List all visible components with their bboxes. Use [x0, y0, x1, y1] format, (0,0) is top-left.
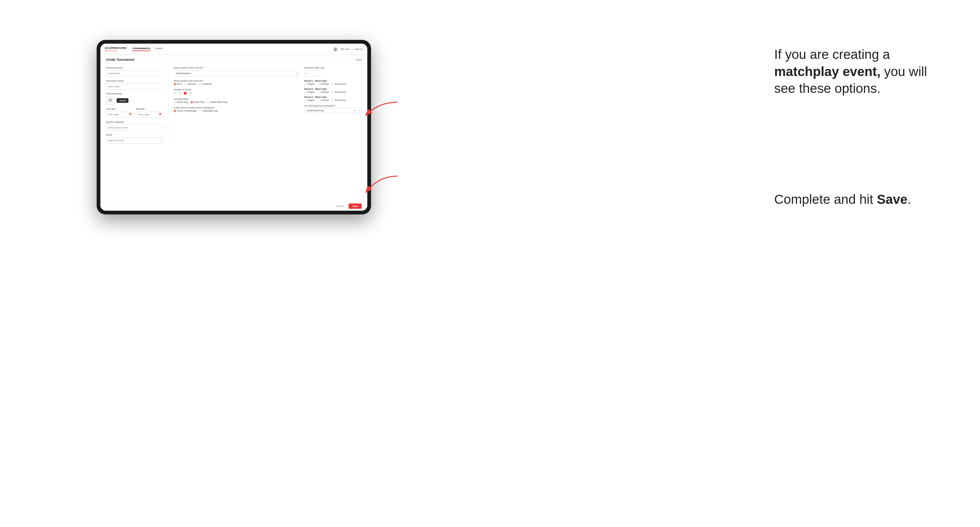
gender-mens[interactable]: Mens: [174, 83, 182, 86]
round3-singles[interactable]: Singles: [304, 99, 315, 102]
page-header: Create Tournament ← Back: [100, 55, 367, 63]
tournament-name-input[interactable]: [106, 83, 163, 89]
round3-fourball[interactable]: Fourball: [318, 99, 329, 102]
teams-radio[interactable]: [174, 110, 176, 112]
logo-placeholder: [106, 96, 115, 105]
gender-mens-radio[interactable]: [174, 83, 176, 86]
round3-match-type: Round 3 - Match Type Singles Fourball: [304, 96, 362, 102]
signout-link[interactable]: Sign out: [355, 48, 363, 50]
nav-teams[interactable]: TEAMS: [155, 47, 163, 51]
api-section: Use third-party live scoring API? Leader…: [304, 105, 362, 113]
teams-option[interactable]: Teams (+Individuals): [174, 110, 197, 112]
tablet-frame: SCOREBOARD Powered by clippt TOURNAMENTS…: [97, 40, 371, 214]
round2-fourball-label: Fourball: [321, 91, 329, 93]
round2-foursomes-label: Foursomes: [335, 91, 346, 93]
round3-label: Round 3 - Match Type: [304, 96, 362, 98]
api-remove-button[interactable]: ✕: [354, 109, 356, 112]
round-1[interactable]: 1: [174, 92, 177, 95]
navbar: SCOREBOARD Powered by clippt TOURNAMENTS…: [100, 44, 367, 55]
teams-group: Is this event for Teams and/or Individua…: [174, 106, 299, 112]
sponsor-input[interactable]: [106, 124, 163, 130]
scoring-stroke[interactable]: Stroke Play: [174, 101, 188, 103]
round-2[interactable]: 2: [179, 92, 182, 95]
svg-point-0: [335, 48, 336, 49]
start-date-label: Start date: [106, 108, 134, 110]
signout-separator: |: [352, 48, 352, 50]
max-team-size-input[interactable]: [304, 70, 320, 77]
gender-womens-label: Womens: [188, 83, 196, 85]
round2-foursomes-radio[interactable]: [332, 91, 334, 94]
round2-singles-radio[interactable]: [304, 91, 307, 94]
form-footer: Cancel Save: [100, 201, 367, 211]
annotation-bottom-bold: Save: [877, 192, 907, 206]
scoring-medal-radio[interactable]: [207, 101, 209, 103]
back-link[interactable]: ← Back: [353, 58, 362, 61]
calendar-icon: 📅: [129, 113, 132, 116]
individuals-option[interactable]: Individuals Only: [199, 110, 218, 112]
teams-label: Is this event for Teams and/or Individua…: [174, 106, 299, 109]
venue-input[interactable]: [106, 137, 163, 144]
nav-tournaments[interactable]: TOURNAMENTS: [132, 47, 150, 51]
scoring-stroke-radio[interactable]: [174, 101, 176, 103]
round3-singles-label: Singles: [307, 99, 315, 101]
gender-womens-radio[interactable]: [185, 83, 187, 86]
round1-foursomes[interactable]: Foursomes: [332, 83, 346, 86]
tournament-host-group: Tournament Host: [106, 67, 163, 77]
logo-section: Upload: [106, 96, 163, 105]
scoring-match-label: Match Play: [194, 101, 205, 103]
round2-foursomes[interactable]: Foursomes: [332, 91, 346, 94]
end-date-field: End date 📅: [136, 108, 163, 118]
svg-point-1: [334, 49, 336, 51]
division-select[interactable]: NCAA Division I: [174, 70, 299, 77]
start-date-field: Start date 📅: [106, 108, 134, 118]
round2-singles-label: Singles: [307, 91, 315, 93]
upload-button[interactable]: Upload: [117, 98, 129, 103]
round1-fourball-radio[interactable]: [318, 83, 320, 86]
round2-fourball[interactable]: Fourball: [318, 91, 329, 94]
tournament-host-input[interactable]: [106, 70, 163, 77]
individuals-label-text: Individuals Only: [202, 110, 218, 112]
annotation-bottom-text2: .: [907, 192, 911, 206]
sponsor-label: Sponsor (optional): [106, 121, 163, 123]
gender-label: Which gender is the event for?: [174, 80, 299, 82]
round1-foursomes-label: Foursomes: [335, 83, 346, 85]
venue-label: Venue: [106, 134, 163, 136]
gender-womens[interactable]: Womens: [185, 83, 196, 86]
page-title: Create Tournament: [106, 58, 134, 61]
round3-singles-radio[interactable]: [304, 99, 307, 102]
annotation-top: If you are creating a matchplay event, y…: [774, 46, 930, 97]
round1-options: Singles Fourball Foursomes: [304, 83, 362, 86]
round2-options: Singles Fourball Foursomes: [304, 91, 362, 94]
individuals-radio[interactable]: [199, 110, 202, 112]
round2-singles[interactable]: Singles: [304, 91, 315, 94]
brand: SCOREBOARD Powered by clippt: [105, 47, 127, 52]
scoring-match[interactable]: Match Play: [191, 101, 205, 103]
scoring-match-radio[interactable]: [191, 101, 193, 103]
round3-foursomes-radio[interactable]: [332, 99, 334, 102]
api-dropdown-icon[interactable]: ▾: [358, 109, 360, 112]
arrow-top: [360, 99, 401, 121]
date-row: Start date 📅 End date 📅: [106, 108, 163, 118]
round1-foursomes-radio[interactable]: [332, 83, 334, 86]
round2-fourball-radio[interactable]: [318, 91, 320, 94]
round3-foursomes[interactable]: Foursomes: [332, 99, 346, 102]
cancel-button[interactable]: Cancel: [334, 203, 346, 209]
round2-label: Round 2 - Match Type: [304, 88, 362, 90]
gender-combined[interactable]: Combined: [199, 83, 212, 86]
gender-combined-radio[interactable]: [199, 83, 201, 86]
round-3[interactable]: 3: [184, 92, 187, 95]
round1-singles[interactable]: Singles: [304, 83, 315, 86]
save-button[interactable]: Save: [348, 203, 362, 209]
form-far-right: Maximum Team Size Round 1 - Match Type S…: [299, 67, 362, 147]
scoring-medal[interactable]: Medal Match Play: [207, 101, 227, 103]
form-right: Which division is the event for? NCAA Di…: [169, 67, 299, 147]
round3-fourball-radio[interactable]: [318, 99, 320, 102]
scoring-label: Scoring system: [174, 98, 299, 100]
end-date-label: End date: [136, 108, 163, 110]
round1-fourball[interactable]: Fourball: [318, 83, 329, 86]
date-group: Start date 📅 End date 📅: [106, 108, 163, 118]
gender-group: Which gender is the event for? Mens Wome…: [174, 80, 299, 86]
round-4[interactable]: 4: [189, 92, 192, 95]
round1-singles-label: Singles: [307, 83, 315, 85]
round1-singles-radio[interactable]: [304, 83, 307, 86]
